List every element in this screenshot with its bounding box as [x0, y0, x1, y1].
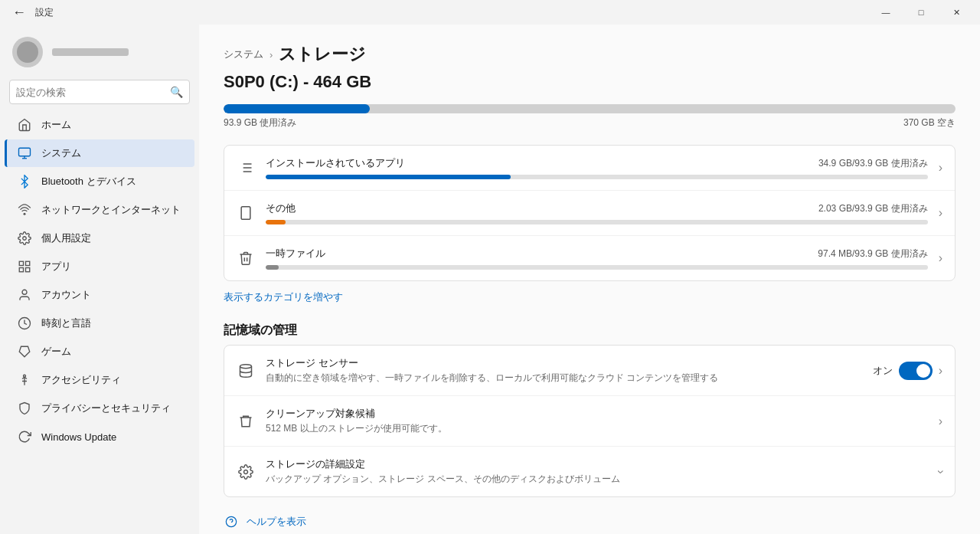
apps-bar-fill	[266, 175, 511, 179]
help-link-text[interactable]: ヘルプを表示	[247, 515, 306, 529]
cleanup-item[interactable]: クリーンアップ対象候補 512 MB 以上のストレージが使用可能です。 ›	[224, 396, 955, 447]
help-link-item[interactable]: ヘルプを表示	[224, 509, 956, 534]
breadcrumb-current: ストレージ	[279, 43, 366, 66]
svg-point-20	[240, 364, 252, 368]
personalization-icon	[17, 231, 32, 246]
svg-point-22	[226, 516, 236, 526]
sidebar-item-accessibility[interactable]: アクセシビリティ	[5, 366, 194, 394]
advanced-storage-desc: バックアップ オプション、ストレージ スペース、その他のディスクおよびボリューム	[266, 473, 928, 486]
breadcrumb-parent[interactable]: システム	[224, 48, 263, 61]
footer-links: ヘルプを表示 フィードバックの送信	[224, 509, 956, 534]
window-title: 設定	[35, 6, 54, 19]
cleanup-desc: 512 MB 以上のストレージが使用可能です。	[266, 422, 928, 435]
storage-bar-fill	[224, 104, 370, 113]
system-icon	[17, 146, 32, 161]
svg-rect-7	[19, 268, 23, 272]
search-input[interactable]	[16, 87, 170, 98]
storage-used-label: 93.9 GB 使用済み	[224, 116, 296, 129]
sidebar-item-gaming[interactable]: ゲーム	[5, 338, 194, 365]
gaming-icon	[17, 344, 32, 359]
temp-category-icon	[237, 249, 255, 267]
sidebar-item-home[interactable]: ホーム	[5, 111, 194, 139]
cleanup-title: クリーンアップ対象候補	[266, 407, 928, 421]
other-item[interactable]: その他 2.03 GB/93.9 GB 使用済み ›	[224, 191, 955, 236]
profile-name	[52, 48, 129, 56]
cleanup-content: クリーンアップ対象候補 512 MB 以上のストレージが使用可能です。	[266, 407, 928, 435]
apps-bar-bg	[266, 175, 928, 179]
temp-category-usage: 97.4 MB/93.9 GB 使用済み	[818, 247, 927, 260]
sidebar-label-accessibility: アクセシビリティ	[41, 373, 121, 387]
sidebar-item-network[interactable]: ネットワークとインターネット	[5, 196, 194, 224]
avatar	[12, 37, 43, 67]
search-icon: 🔍	[170, 86, 183, 98]
storage-sense-item[interactable]: ストレージ センサー 自動的に空き領域を増やす、一時ファイルを削除する、ローカル…	[224, 346, 955, 396]
privacy-icon	[17, 401, 32, 416]
sidebar-item-time[interactable]: 時刻と言語	[5, 310, 194, 337]
maximize-button[interactable]: □	[903, 0, 939, 25]
svg-point-21	[244, 470, 248, 473]
svg-point-9	[22, 290, 27, 294]
sidebar-label-apps: アプリ	[41, 260, 71, 274]
sidebar-label-privacy: プライバシーとセキュリティ	[41, 401, 171, 415]
network-icon	[17, 202, 32, 218]
storage-bar-bg	[224, 104, 956, 113]
main-content: システム › ストレージ S0P0 (C:) - 464 GB 93.9 GB …	[199, 25, 980, 534]
back-button[interactable]: ←	[6, 2, 32, 24]
advanced-storage-item[interactable]: ストレージの詳細設定 バックアップ オプション、ストレージ スペース、その他のデ…	[224, 447, 955, 496]
advanced-storage-icon	[237, 463, 255, 481]
accounts-icon	[17, 287, 32, 303]
sidebar-label-home: ホーム	[41, 118, 71, 132]
sidebar-item-system[interactable]: システム	[5, 139, 194, 167]
accessibility-icon	[17, 372, 32, 388]
advanced-storage-content: ストレージの詳細設定 バックアップ オプション、ストレージ スペース、その他のデ…	[266, 457, 928, 486]
sidebar-label-time: 時刻と言語	[41, 316, 91, 330]
memory-management-card: ストレージ センサー 自動的に空き領域を増やす、一時ファイルを削除する、ローカル…	[224, 345, 956, 497]
sidebar-item-windowsupdate[interactable]: Windows Update	[5, 423, 194, 450]
storage-free-label: 370 GB 空き	[903, 116, 956, 129]
sidebar-item-privacy[interactable]: プライバシーとセキュリティ	[5, 395, 194, 422]
show-more-link[interactable]: 表示するカテゴリを増やす	[224, 284, 956, 310]
sidebar-label-accounts: アカウント	[41, 288, 91, 302]
sidebar-label-network: ネットワークとインターネット	[41, 203, 181, 217]
close-button[interactable]: ✕	[939, 0, 974, 25]
temp-category-title: 一時ファイル	[266, 247, 325, 260]
minimize-button[interactable]: —	[868, 0, 903, 25]
sidebar-item-bluetooth[interactable]: Bluetooth とデバイス	[5, 168, 194, 195]
profile-section	[0, 31, 199, 77]
sidebar-item-personalization[interactable]: 個人用設定	[5, 224, 194, 252]
apps-chevron-icon: ›	[939, 161, 942, 175]
storage-sense-toggle[interactable]	[899, 362, 933, 380]
memory-management-title: 記憶域の管理	[224, 323, 956, 339]
storage-sense-chevron-icon: ›	[939, 364, 942, 378]
other-category-content: その他 2.03 GB/93.9 GB 使用済み	[266, 201, 928, 224]
nav-list: ホーム システム Bluetooth とデバイス	[0, 110, 199, 534]
sidebar-item-accounts[interactable]: アカウント	[5, 281, 194, 309]
svg-point-4	[23, 237, 27, 241]
svg-rect-6	[26, 261, 30, 265]
bluetooth-icon	[17, 174, 32, 189]
other-category-icon	[237, 204, 255, 222]
cleanup-icon	[237, 412, 255, 431]
svg-rect-5	[19, 261, 23, 265]
home-icon	[17, 117, 32, 133]
window-controls: — □ ✕	[868, 0, 974, 25]
search-box[interactable]: 🔍	[9, 80, 190, 104]
installed-apps-item[interactable]: インストールされているアプリ 34.9 GB/93.9 GB 使用済み ›	[224, 146, 955, 191]
svg-rect-18	[241, 207, 250, 220]
apps-category-icon	[237, 159, 255, 177]
temp-chevron-icon: ›	[939, 251, 942, 265]
other-bar-fill	[266, 220, 286, 224]
breadcrumb: システム › ストレージ	[224, 43, 956, 66]
svg-rect-0	[19, 148, 31, 156]
sidebar-item-apps[interactable]: アプリ	[5, 253, 194, 280]
update-icon	[17, 429, 32, 444]
apps-category-usage: 34.9 GB/93.9 GB 使用済み	[818, 157, 928, 170]
storage-sense-desc: 自動的に空き領域を増やす、一時ファイルを削除する、ローカルで利用可能なクラウド …	[266, 372, 862, 385]
advanced-chevron-icon: ›	[933, 470, 947, 473]
sidebar-label-system: システム	[41, 146, 81, 160]
sidebar-label-bluetooth: Bluetooth とデバイス	[41, 175, 136, 188]
temp-files-item[interactable]: 一時ファイル 97.4 MB/93.9 GB 使用済み ›	[224, 236, 955, 280]
apps-category-content: インストールされているアプリ 34.9 GB/93.9 GB 使用済み	[266, 156, 928, 179]
storage-sense-content: ストレージ センサー 自動的に空き領域を増やす、一時ファイルを削除する、ローカル…	[266, 356, 862, 385]
apps-category-title: インストールされているアプリ	[266, 156, 405, 170]
